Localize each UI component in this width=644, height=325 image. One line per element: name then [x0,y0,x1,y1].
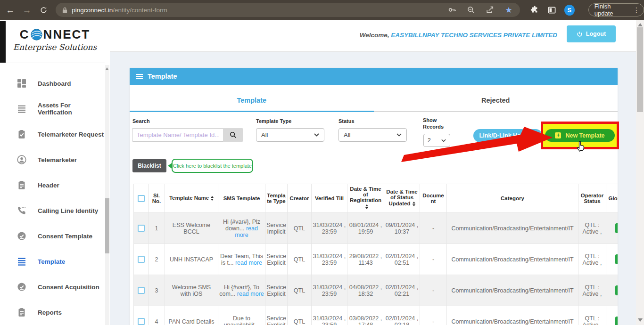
row-checkbox[interactable] [138,256,145,263]
cell-creator: QTL [288,213,312,244]
cell-sms-template: Dear Team, This is t... read more [218,244,265,275]
scroll-down-icon[interactable] [638,318,643,324]
status-badge: Active [615,285,618,295]
select-all-checkbox[interactable] [138,195,145,202]
finish-update-button[interactable]: Finish update ⋮ [588,3,644,16]
status-badge: Active [615,254,618,264]
cell-global-status: Active [606,306,618,325]
col-header-label: Document [422,193,444,204]
plus-icon: + [555,132,561,138]
back-icon[interactable]: ← [5,4,16,16]
tab-rejected[interactable]: Rejected [374,85,618,112]
scroll-up-icon[interactable] [106,66,108,70]
sidebar-scrollbar[interactable] [105,65,109,325]
check-circle-icon [17,231,26,241]
cell-operator-status: QTL : Active , [578,213,606,244]
sidebar-item-assets-for-verification[interactable]: Assets For Verification [0,96,105,122]
link-dlink-headers-button[interactable]: Link/D-Link Headers [473,129,542,142]
lock-icon [62,7,67,14]
search-button[interactable] [223,128,243,142]
row-checkbox[interactable] [138,225,145,232]
sort-icon[interactable] [211,195,214,202]
row-checkbox[interactable] [138,287,145,294]
clipboard-icon [17,180,26,190]
col-header-date-time-of-status-updated[interactable]: Date & Time of Status Updated [384,184,420,213]
cell-checkbox [134,213,149,244]
sort-icon[interactable] [413,200,415,208]
col-header-label: Verified Till [315,195,344,201]
read-more-link[interactable]: read more [235,225,258,238]
template-type-select[interactable]: All [256,128,324,142]
read-more-link[interactable]: read more [235,260,262,266]
page-scrollbar-thumb[interactable] [637,27,643,112]
show-records-select[interactable]: 2 [423,134,450,147]
sidebar: C NNECT Enterprise Solutions DashboardAs… [0,20,110,325]
sidebar-item-dashboard[interactable]: Dashboard [0,71,105,96]
cell-operator-status: QTL : Active , [578,306,606,325]
phone-icon [17,206,26,215]
sort-icon[interactable] [365,203,368,211]
template-type-label: Template Type [256,118,291,124]
status-badge: Active [615,317,618,325]
sidebar-item-telemarketer-request[interactable]: Telemarketer Request [0,122,105,147]
logout-label: Logout [586,31,606,37]
blacklist-button[interactable]: Blacklist [132,159,166,172]
select-all-header[interactable] [134,184,149,213]
sidebar-item-calling-line-identity[interactable]: Calling Line Identity [0,198,105,223]
sidebar-item-label: Header [38,182,59,189]
col-header-template-name[interactable]: Template Name [165,184,218,213]
new-template-button[interactable]: + New Template [545,129,615,142]
address-bar[interactable]: pingconnect.in/entity/content-form ★ [56,3,520,17]
sidebar-item-label: Dashboard [38,80,71,87]
sidebar-item-consent-template[interactable]: Consent Template [0,223,105,249]
sidebar-item-telemarketer[interactable]: Telemarketer [0,147,105,172]
col-header-label: Operator Status [581,193,604,204]
col-header-label: Template Type [267,193,285,204]
page-scrollbar[interactable] [636,20,644,325]
cell-sl-no: 1 [149,213,165,244]
zoom-icon[interactable] [466,5,476,15]
person-icon [17,155,26,164]
browser-menu-icon[interactable]: ⋮ [633,6,640,14]
cell-document: - [420,244,447,275]
sidebar-scrollbar-thumb[interactable] [105,198,109,253]
table-row: 3Welcome SMS with iOSHi {#var#}, To com.… [134,275,618,306]
profile-avatar[interactable]: S [564,5,575,16]
search-input[interactable] [132,128,223,142]
panel-menu-icon [136,73,143,80]
cell-verified-till: 31/03/2024 , 23:59 [312,275,347,306]
col-header-template-type: Template Type [265,184,288,213]
cell-template-type: Service Explicit [265,244,288,275]
key-icon[interactable] [447,5,457,15]
sidebar-item-header[interactable]: Header [0,172,105,198]
col-header-label: Sl. No. [152,193,161,204]
power-icon [577,31,583,37]
list-lines-icon [17,104,26,114]
sidebar-item-template[interactable]: Template [0,249,105,274]
cell-checkbox [134,306,149,325]
template-panel: Template TemplateRejected Search Templat… [130,68,618,325]
read-more-link[interactable]: read more [237,291,264,297]
cell-sl-no: 3 [149,275,165,306]
side-panel-icon[interactable] [547,5,556,15]
annotation-highlight-box: + New Template [541,122,619,149]
bookmark-star-icon[interactable]: ★ [504,5,513,15]
col-header-date-time-of-registration[interactable]: Date & Time of Registration [347,184,384,213]
row-checkbox[interactable] [138,318,145,325]
browser-toolbar: ← → pingconnect.in/entity/content-form ★ [0,0,644,20]
scroll-up-icon[interactable] [638,21,643,26]
tab-template[interactable]: Template [130,85,374,112]
share-icon[interactable] [485,5,495,15]
forward-icon[interactable]: → [21,4,32,16]
logout-button[interactable]: Logout [567,25,616,42]
sidebar-item-reports[interactable]: Reports [0,300,105,325]
sidebar-item-consent-acquisition[interactable]: Consent Acquisition [0,274,105,300]
cell-template-name: UNH INSTACAP [165,244,218,275]
cell-sms-template: Due to unavailabilit... [218,306,265,325]
tooltip-arrow-icon [168,162,173,169]
status-select[interactable]: All [339,128,407,142]
finish-update-label: Finish update [594,3,629,17]
extensions-puzzle-icon[interactable] [530,5,539,15]
reload-icon[interactable] [38,4,49,16]
logo-tagline: Enterprise Solutions [0,42,110,52]
